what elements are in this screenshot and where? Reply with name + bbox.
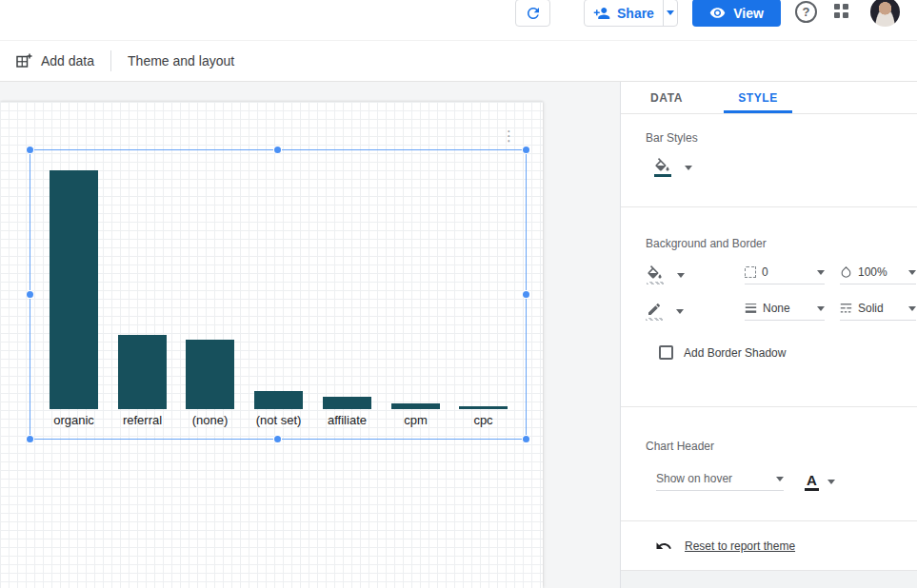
add-border-shadow-option[interactable]: Add Border Shadow (621, 345, 917, 360)
undo-icon (655, 539, 672, 554)
opacity-value: 100% (858, 265, 887, 279)
view-button[interactable]: View (692, 0, 781, 27)
paint-bucket-icon (646, 265, 664, 284)
chevron-down-icon (676, 309, 684, 314)
border-weight-value: None (763, 302, 790, 315)
share-button[interactable]: Share (584, 0, 678, 27)
resize-handle-s[interactable] (274, 436, 281, 442)
corner-radius-icon (745, 266, 756, 278)
add-data-label: Add data (41, 53, 94, 69)
chevron-down-icon (908, 306, 916, 311)
theme-and-layout-button[interactable]: Theme and layout (128, 53, 234, 69)
opacity-droplet-icon (840, 265, 852, 279)
view-button-label: View (733, 6, 764, 21)
apps-grid-button[interactable] (834, 4, 849, 19)
share-dropdown-button[interactable] (664, 10, 677, 15)
add-data-button[interactable]: Add data (15, 52, 94, 69)
share-button-label: Share (617, 6, 654, 21)
refresh-icon (525, 5, 542, 22)
bar-color-picker[interactable] (653, 158, 728, 177)
border-shadow-label: Add Border Shadow (684, 346, 786, 360)
chart-selection-box[interactable] (30, 149, 527, 440)
pencil-icon (646, 302, 663, 321)
border-shadow-checkbox[interactable] (659, 345, 673, 360)
opacity-dropdown[interactable]: 100% (840, 265, 916, 284)
header-text-color-picker[interactable]: A (805, 473, 835, 491)
border-style-value: Solid (858, 302, 884, 315)
apps-grid-icon (834, 4, 840, 10)
paint-bucket-icon (653, 158, 671, 177)
background-border-title: Background and Border (621, 237, 917, 250)
border-color-swatch (646, 318, 663, 321)
chevron-down-icon (817, 306, 825, 311)
eye-icon (709, 5, 726, 21)
question-mark-icon: ? (803, 5, 810, 19)
section-background-border: Background and Border 0 (621, 207, 917, 407)
panel-footer (621, 571, 917, 588)
refresh-button[interactable] (515, 0, 550, 27)
resize-handle-e[interactable] (523, 291, 529, 298)
chevron-down-icon (685, 166, 692, 170)
workspace: organicreferral(none)(not set)affiliatec… (0, 82, 917, 588)
resize-handle-n[interactable] (274, 147, 281, 153)
chevron-down-icon (827, 480, 835, 484)
border-weight-dropdown[interactable]: None (745, 302, 825, 321)
border-color-picker[interactable] (646, 302, 720, 321)
resize-handle-sw[interactable] (27, 436, 33, 442)
resize-handle-ne[interactable] (523, 147, 529, 153)
tab-style[interactable]: STYLE (712, 82, 804, 113)
border-style-dropdown[interactable]: Solid (840, 302, 916, 321)
background-color-picker[interactable] (646, 265, 720, 284)
theme-and-layout-label: Theme and layout (128, 53, 234, 69)
section-bar-styles: Bar Styles (621, 114, 917, 207)
chart-more-options-button[interactable]: ⋮ (498, 127, 520, 145)
person-add-icon (593, 5, 610, 22)
user-avatar[interactable] (870, 0, 900, 27)
section-chart-header: Chart Header Show on hover A (621, 407, 917, 521)
help-button[interactable]: ? (795, 1, 817, 23)
bar-color-swatch (654, 174, 671, 177)
add-data-icon (15, 52, 32, 69)
section-reset: Reset to report theme (621, 521, 917, 571)
chevron-down-icon (677, 273, 685, 278)
chevron-down-icon (817, 270, 825, 275)
chart-header-visibility-value: Show on hover (656, 472, 732, 485)
background-color-swatch (647, 282, 664, 284)
resize-handle-w[interactable] (27, 291, 33, 298)
reset-link-label: Reset to report theme (685, 539, 795, 553)
line-style-icon (840, 303, 852, 314)
resize-handle-nw[interactable] (27, 147, 33, 153)
edit-toolbar: Add data Theme and layout (0, 40, 917, 82)
report-canvas[interactable]: organicreferral(none)(not set)affiliatec… (0, 102, 543, 588)
toolbar-divider (110, 50, 111, 71)
tab-data[interactable]: DATA (621, 82, 712, 113)
resize-handle-se[interactable] (523, 436, 529, 442)
chevron-down-icon (908, 270, 916, 275)
corner-radius-value: 0 (762, 265, 768, 279)
reset-to-report-theme[interactable]: Reset to report theme (621, 539, 917, 554)
app-header: Share View ? (0, 0, 917, 40)
text-color-icon: A (805, 473, 819, 491)
chevron-down-icon (776, 477, 784, 481)
panel-tabs: DATA STYLE (621, 82, 917, 114)
chevron-down-icon (667, 10, 674, 15)
chart-header-title: Chart Header (621, 440, 917, 453)
bar-styles-title: Bar Styles (621, 131, 917, 145)
corner-radius-dropdown[interactable]: 0 (745, 265, 825, 284)
properties-panel: DATA STYLE Bar Styles Background and (620, 82, 917, 588)
line-weight-icon (745, 303, 757, 314)
chart-header-visibility-dropdown[interactable]: Show on hover (656, 472, 784, 491)
